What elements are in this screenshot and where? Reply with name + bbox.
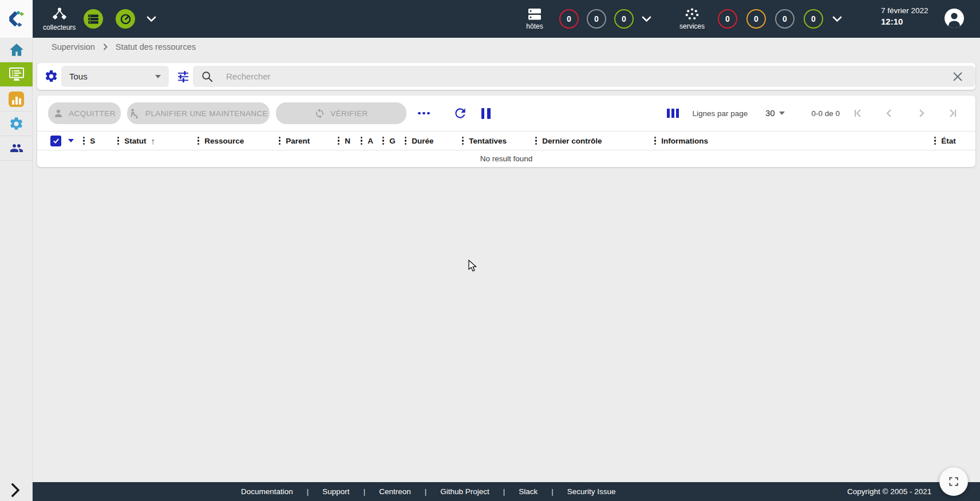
drag-handle-icon[interactable] bbox=[654, 137, 656, 145]
refresh-button[interactable] bbox=[453, 106, 468, 121]
footer-link-documentation[interactable]: Documentation bbox=[227, 487, 307, 496]
column-label: Durée bbox=[412, 137, 433, 145]
breadcrumb-supervision[interactable]: Supervision bbox=[52, 42, 95, 51]
more-actions-button[interactable] bbox=[416, 109, 432, 118]
services-expand-chevron-icon[interactable] bbox=[832, 16, 842, 22]
drag-handle-icon[interactable] bbox=[117, 137, 119, 145]
services-menu[interactable]: services bbox=[675, 7, 709, 30]
column-header-severity[interactable]: S bbox=[83, 137, 117, 145]
column-label: G bbox=[389, 137, 396, 145]
sort-asc-icon[interactable]: ↑ bbox=[151, 136, 155, 146]
sidebar-expand-button[interactable] bbox=[7, 482, 24, 499]
services-unknown-counter[interactable]: 0 bbox=[775, 9, 795, 29]
advanced-filter-tune-icon[interactable] bbox=[176, 70, 190, 86]
hosts-label: hôtes bbox=[526, 22, 543, 30]
sidebar-item-home[interactable] bbox=[0, 38, 33, 62]
drag-handle-icon[interactable] bbox=[83, 137, 85, 145]
next-page-button[interactable] bbox=[914, 106, 928, 120]
drag-handle-icon[interactable] bbox=[405, 137, 406, 145]
sync-icon bbox=[314, 108, 325, 119]
services-group: services 0 0 0 0 bbox=[675, 0, 842, 38]
user-avatar[interactable] bbox=[944, 8, 965, 29]
footer-link-support[interactable]: Support bbox=[309, 487, 363, 496]
chevron-right-icon bbox=[10, 483, 21, 498]
check-label: VÉRIFIER bbox=[330, 109, 368, 118]
first-page-button[interactable] bbox=[851, 106, 865, 120]
clock-time: 12:10 bbox=[881, 17, 928, 26]
hosts-icon bbox=[527, 8, 542, 21]
column-header-duree[interactable]: Durée bbox=[405, 137, 462, 145]
drag-handle-icon[interactable] bbox=[382, 137, 384, 145]
hosts-up-counter[interactable]: 0 bbox=[614, 9, 634, 29]
footer-link-security[interactable]: Security Issue bbox=[554, 487, 630, 496]
pager bbox=[851, 106, 959, 120]
drag-handle-icon[interactable] bbox=[535, 137, 537, 145]
resources-listing-panel: ACQUITTER PLANIFIER UNE MAINTENANCE VÉRI… bbox=[37, 96, 975, 167]
fullscreen-icon bbox=[948, 476, 959, 487]
column-header-g[interactable]: G bbox=[382, 137, 405, 145]
drag-handle-icon[interactable] bbox=[462, 137, 464, 145]
column-header-ressource[interactable]: Ressource bbox=[197, 137, 279, 145]
pollers-menu[interactable]: collecteurs bbox=[43, 7, 76, 31]
home-icon bbox=[9, 43, 24, 57]
fullscreen-button[interactable] bbox=[939, 467, 968, 496]
hosts-down-counter[interactable]: 0 bbox=[559, 9, 579, 29]
pollers-expand-chevron-icon[interactable] bbox=[147, 16, 156, 22]
select-all-checkbox[interactable] bbox=[50, 136, 61, 146]
column-header-dernier-controle[interactable]: Dernier contrôle bbox=[535, 137, 654, 145]
pause-autorefresh-button[interactable] bbox=[481, 108, 491, 119]
empty-result-row: No result found bbox=[37, 150, 975, 166]
services-warning-counter[interactable]: 0 bbox=[746, 9, 766, 29]
footer: Documentation | Support | Centreon | Git… bbox=[33, 482, 980, 501]
search-input[interactable] bbox=[226, 71, 951, 81]
column-header-n[interactable]: N bbox=[338, 137, 361, 145]
filter-settings-gear-icon[interactable] bbox=[44, 69, 58, 86]
centreon-logo[interactable] bbox=[0, 0, 33, 38]
pagination-range: 0-0 de 0 bbox=[811, 109, 840, 118]
drag-handle-icon[interactable] bbox=[338, 137, 339, 145]
column-header-informations[interactable]: Informations bbox=[654, 137, 926, 145]
edit-columns-button[interactable] bbox=[667, 109, 679, 118]
clear-search-icon[interactable] bbox=[951, 70, 964, 83]
last-page-button[interactable] bbox=[946, 106, 959, 120]
breadcrumb-chevron-icon bbox=[103, 43, 108, 50]
column-header-tentatives[interactable]: Tentatives bbox=[462, 137, 535, 145]
filter-scope-select[interactable]: Tous bbox=[61, 66, 169, 87]
mouse-cursor bbox=[468, 260, 480, 275]
hosts-menu[interactable]: hôtes bbox=[518, 8, 551, 30]
column-header-parent[interactable]: Parent bbox=[279, 137, 338, 145]
rows-per-page-select[interactable]: 30 bbox=[765, 109, 785, 118]
column-header-a[interactable]: A bbox=[361, 137, 382, 145]
sidebar-item-configuration[interactable] bbox=[0, 112, 33, 136]
poller-latency-status[interactable] bbox=[116, 9, 135, 29]
drag-handle-icon[interactable] bbox=[361, 137, 362, 145]
centreon-logo-icon bbox=[6, 9, 27, 29]
footer-link-centreon[interactable]: Centreon bbox=[365, 487, 425, 496]
footer-link-slack[interactable]: Slack bbox=[505, 487, 551, 496]
column-header-etat[interactable]: État bbox=[926, 137, 975, 145]
poller-database-status[interactable] bbox=[84, 9, 103, 29]
hosts-expand-chevron-icon[interactable] bbox=[642, 16, 651, 22]
drag-handle-icon[interactable] bbox=[197, 137, 199, 145]
sidebar-item-administration[interactable] bbox=[0, 136, 33, 161]
drag-handle-icon[interactable] bbox=[934, 137, 936, 145]
acknowledge-button[interactable]: ACQUITTER bbox=[48, 102, 121, 124]
sidebar-item-supervision[interactable] bbox=[0, 62, 33, 87]
check-button[interactable]: VÉRIFIER bbox=[276, 102, 406, 124]
clock-date: 7 février 2022 bbox=[881, 6, 928, 15]
selection-menu-arrow-icon[interactable] bbox=[68, 139, 74, 142]
footer-link-github[interactable]: Github Project bbox=[426, 487, 503, 496]
sidebar-item-reporting[interactable] bbox=[0, 87, 33, 112]
services-critical-counter[interactable]: 0 bbox=[718, 9, 737, 29]
hosts-group: hôtes 0 0 0 bbox=[518, 0, 651, 38]
previous-page-button[interactable] bbox=[883, 106, 896, 120]
drag-handle-icon[interactable] bbox=[279, 137, 280, 145]
column-header-statut[interactable]: Statut ↑ bbox=[117, 136, 197, 146]
breadcrumb: Supervision Statut des ressources bbox=[52, 42, 196, 51]
services-label: services bbox=[679, 22, 705, 30]
set-maintenance-button[interactable]: PLANIFIER UNE MAINTENANCE bbox=[127, 102, 270, 124]
column-label: A bbox=[368, 137, 373, 145]
services-ok-counter[interactable]: 0 bbox=[804, 9, 823, 29]
hosts-unreachable-counter[interactable]: 0 bbox=[587, 9, 606, 29]
footer-links: Documentation | Support | Centreon | Git… bbox=[227, 482, 630, 501]
